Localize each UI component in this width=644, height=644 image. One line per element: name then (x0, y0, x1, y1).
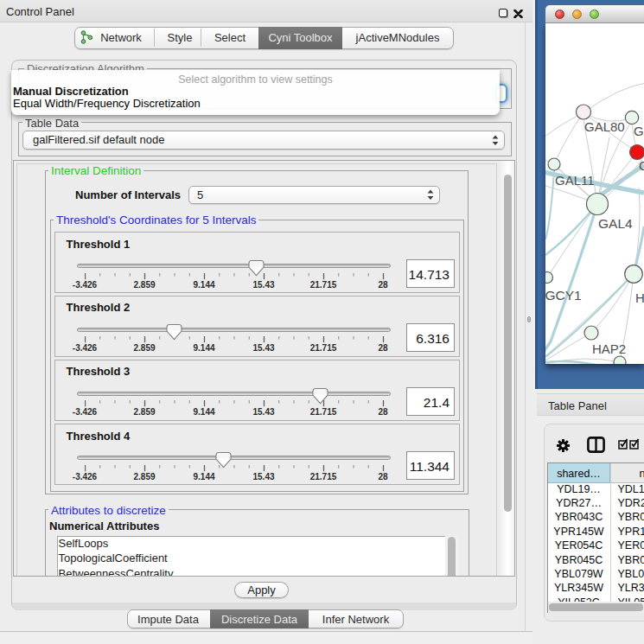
svg-text:HAP2: HAP2 (592, 341, 626, 356)
svg-text:GAL4: GAL4 (598, 216, 633, 231)
svg-text:GA: GA (634, 124, 644, 138)
svg-text:GCY1: GCY1 (545, 288, 582, 303)
svg-text:G: G (639, 158, 644, 173)
svg-text:GAL11: GAL11 (555, 173, 595, 188)
svg-text:H: H (635, 290, 644, 305)
svg-text:GAL80: GAL80 (584, 119, 625, 134)
